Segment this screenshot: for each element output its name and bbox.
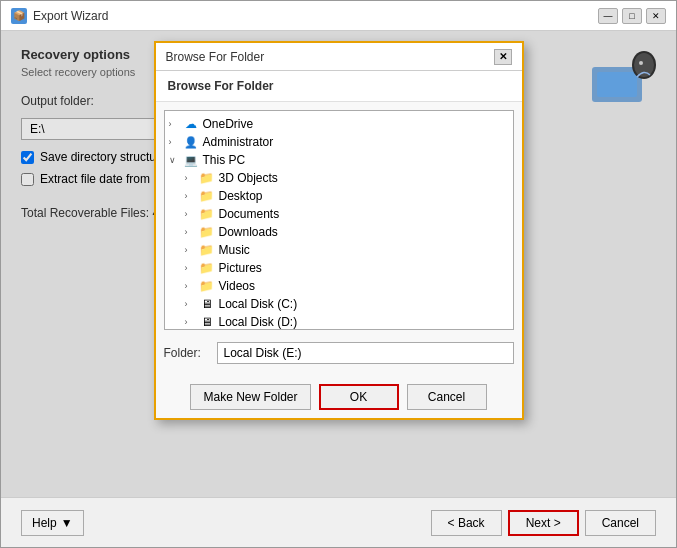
tree-item-diskc[interactable]: › 🖥 Local Disk (C:) bbox=[185, 295, 509, 313]
tree-label: Videos bbox=[219, 279, 255, 293]
dialog-title: Browse For Folder bbox=[166, 50, 265, 64]
tree-item-3dobjects[interactable]: › 📁 3D Objects bbox=[185, 169, 509, 187]
folder-icon: 📁 bbox=[199, 171, 215, 185]
computer-icon: 💻 bbox=[183, 153, 199, 167]
folder-icon: 📁 bbox=[199, 207, 215, 221]
folder-tree[interactable]: › ☁ OneDrive › 👤 Administrator ∨ 💻 bbox=[164, 110, 514, 330]
tree-item-documents[interactable]: › 📁 Documents bbox=[185, 205, 509, 223]
tree-label: Music bbox=[219, 243, 250, 257]
tree-arrow: ∨ bbox=[169, 155, 179, 165]
user-icon: 👤 bbox=[183, 135, 199, 149]
tree-item-diskd[interactable]: › 🖥 Local Disk (D:) bbox=[185, 313, 509, 330]
tree-label: Desktop bbox=[219, 189, 263, 203]
help-label: Help bbox=[32, 516, 57, 530]
folder-label: Folder: bbox=[164, 346, 209, 360]
tree-label: Local Disk (C:) bbox=[219, 297, 298, 311]
tree-item-onedrive[interactable]: › ☁ OneDrive bbox=[169, 115, 509, 133]
tree-arrow: › bbox=[185, 317, 195, 327]
tree-label: Pictures bbox=[219, 261, 262, 275]
tree-label: This PC bbox=[203, 153, 246, 167]
folder-icon: 📁 bbox=[199, 261, 215, 275]
maximize-button[interactable]: □ bbox=[622, 8, 642, 24]
browse-folder-dialog: Browse For Folder ✕ Browse For Folder › … bbox=[154, 41, 524, 420]
folder-icon: 📁 bbox=[199, 225, 215, 239]
back-button[interactable]: < Back bbox=[431, 510, 502, 536]
app-icon: 📦 bbox=[11, 8, 27, 24]
tree-arrow: › bbox=[185, 227, 195, 237]
tree-item-administrator[interactable]: › 👤 Administrator bbox=[169, 133, 509, 151]
main-content: Recovery options Select recovery options… bbox=[1, 31, 676, 497]
tree-arrow: › bbox=[185, 191, 195, 201]
tree-label: Local Disk (D:) bbox=[219, 315, 298, 329]
dialog-body: › ☁ OneDrive › 👤 Administrator ∨ 💻 bbox=[156, 102, 522, 376]
dialog-close-button[interactable]: ✕ bbox=[494, 49, 512, 65]
tree-arrow: › bbox=[185, 281, 195, 291]
tree-label: OneDrive bbox=[203, 117, 254, 131]
help-button[interactable]: Help ▼ bbox=[21, 510, 84, 536]
tree-arrow: › bbox=[185, 245, 195, 255]
bottom-left: Help ▼ bbox=[21, 510, 84, 536]
tree-item-videos[interactable]: › 📁 Videos bbox=[185, 277, 509, 295]
cancel-main-button[interactable]: Cancel bbox=[585, 510, 656, 536]
dialog-header: Browse For Folder bbox=[156, 71, 522, 102]
bottom-right: < Back Next > Cancel bbox=[431, 510, 656, 536]
dialog-cancel-button[interactable]: Cancel bbox=[407, 384, 487, 410]
disk-icon: 🖥 bbox=[199, 297, 215, 311]
tree-item-downloads[interactable]: › 📁 Downloads bbox=[185, 223, 509, 241]
tree-arrow: › bbox=[185, 173, 195, 183]
dialog-overlay: Browse For Folder ✕ Browse For Folder › … bbox=[1, 31, 676, 497]
folder-icon: 📁 bbox=[199, 189, 215, 203]
tree-item-pictures[interactable]: › 📁 Pictures bbox=[185, 259, 509, 277]
bottom-bar: Help ▼ < Back Next > Cancel bbox=[1, 497, 676, 547]
dialog-footer: Make New Folder OK Cancel bbox=[156, 376, 522, 418]
ok-button[interactable]: OK bbox=[319, 384, 399, 410]
tree-arrow: › bbox=[185, 209, 195, 219]
minimize-button[interactable]: — bbox=[598, 8, 618, 24]
tree-label: Administrator bbox=[203, 135, 274, 149]
tree-item-music[interactable]: › 📁 Music bbox=[185, 241, 509, 259]
folder-input[interactable]: Local Disk (E:) bbox=[217, 342, 514, 364]
close-button[interactable]: ✕ bbox=[646, 8, 666, 24]
tree-label: Documents bbox=[219, 207, 280, 221]
tree-arrow: › bbox=[169, 137, 179, 147]
onedrive-icon: ☁ bbox=[183, 117, 199, 131]
folder-icon: 📁 bbox=[199, 279, 215, 293]
help-arrow-icon: ▼ bbox=[61, 516, 73, 530]
tree-label: 3D Objects bbox=[219, 171, 278, 185]
new-folder-button[interactable]: Make New Folder bbox=[190, 384, 310, 410]
folder-input-row: Folder: Local Disk (E:) bbox=[164, 338, 514, 368]
tree-arrow: › bbox=[169, 119, 179, 129]
window-title: Export Wizard bbox=[33, 9, 592, 23]
title-controls: — □ ✕ bbox=[598, 8, 666, 24]
tree-label: Downloads bbox=[219, 225, 278, 239]
tree-arrow: › bbox=[185, 263, 195, 273]
tree-item-desktop[interactable]: › 📁 Desktop bbox=[185, 187, 509, 205]
disk-icon: 🖥 bbox=[199, 315, 215, 329]
title-bar: 📦 Export Wizard — □ ✕ bbox=[1, 1, 676, 31]
tree-item-thispc[interactable]: ∨ 💻 This PC bbox=[169, 151, 509, 169]
main-window: 📦 Export Wizard — □ ✕ Recovery options S… bbox=[0, 0, 677, 548]
next-button[interactable]: Next > bbox=[508, 510, 579, 536]
folder-icon: 📁 bbox=[199, 243, 215, 257]
tree-arrow: › bbox=[185, 299, 195, 309]
dialog-title-bar: Browse For Folder ✕ bbox=[156, 43, 522, 71]
